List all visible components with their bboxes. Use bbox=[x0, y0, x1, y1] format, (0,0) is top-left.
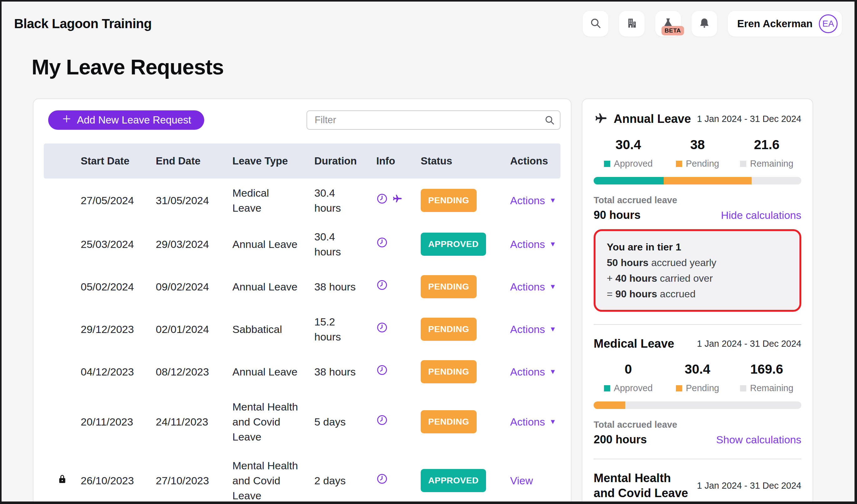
tier-title: You are in tier 1 bbox=[607, 239, 788, 255]
top-bar: Black Lagoon Training bbox=[2, 2, 855, 37]
leave-type: Medical Leave bbox=[232, 186, 314, 215]
pending-value: 30.4 bbox=[663, 362, 732, 377]
approved-value: 0 bbox=[594, 362, 663, 377]
clock-icon[interactable] bbox=[376, 237, 388, 252]
clock-icon[interactable] bbox=[376, 279, 388, 295]
leave-type: Annual Leave bbox=[232, 237, 314, 252]
actions-dropdown[interactable]: Actions▼ bbox=[499, 193, 560, 208]
status-badge: PENDING bbox=[421, 275, 477, 298]
actions-dropdown[interactable]: Actions▼ bbox=[499, 414, 560, 429]
chevron-down-icon: ▼ bbox=[550, 322, 556, 337]
total-accrued-value: 200 hours bbox=[594, 433, 647, 446]
section-date-range: 1 Jan 2024 - 31 Dec 2024 bbox=[697, 338, 801, 349]
end-date: 08/12/2023 bbox=[156, 364, 232, 379]
notifications-button[interactable] bbox=[691, 11, 717, 37]
plus-icon bbox=[61, 114, 72, 127]
building-icon bbox=[626, 17, 638, 30]
plane-icon bbox=[594, 111, 608, 127]
table-row: 27/05/2024 31/05/2024 Medical Leave 30.4… bbox=[44, 178, 560, 222]
table-row: 05/02/2024 09/02/2024 Annual Leave 38 ho… bbox=[44, 266, 560, 307]
start-date: 05/02/2024 bbox=[81, 279, 156, 294]
legend-pending: Pending bbox=[663, 158, 732, 169]
section-divider bbox=[594, 324, 801, 325]
col-duration: Duration bbox=[314, 155, 376, 167]
show-calculations-link[interactable]: Show calculations bbox=[716, 434, 801, 446]
clock-icon[interactable] bbox=[376, 473, 388, 488]
total-accrued-label: Total accrued leave bbox=[594, 195, 801, 205]
search-button[interactable] bbox=[583, 11, 608, 37]
calc-line: 50 hours accrued yearly bbox=[607, 255, 788, 271]
clock-icon[interactable] bbox=[376, 414, 388, 430]
plane-icon[interactable] bbox=[391, 193, 403, 208]
page-title: My Leave Requests bbox=[32, 55, 855, 79]
start-date: 26/10/2023 bbox=[81, 473, 156, 488]
user-name: Eren Ackerman bbox=[737, 18, 812, 30]
duration: 38 hours bbox=[314, 279, 376, 294]
clock-icon[interactable] bbox=[376, 364, 388, 380]
section-date-range: 1 Jan 2024 - 31 Dec 2024 bbox=[697, 114, 801, 124]
col-start-date: Start Date bbox=[81, 155, 156, 167]
mental-health-leave-section: Mental Health and Covid Leave 1 Jan 2024… bbox=[594, 471, 801, 501]
start-date: 25/03/2024 bbox=[81, 237, 156, 252]
leave-type: Sabbatical bbox=[232, 322, 314, 337]
filter-input[interactable] bbox=[306, 110, 560, 130]
add-new-leave-request-button[interactable]: Add New Leave Request bbox=[48, 110, 204, 130]
duration: 2 days bbox=[314, 473, 376, 488]
status-badge: APPROVED bbox=[421, 232, 486, 256]
col-actions: Actions bbox=[499, 155, 560, 167]
actions-dropdown[interactable]: Actions▼ bbox=[499, 322, 560, 337]
section-divider bbox=[594, 459, 801, 459]
leave-type: Mental Health and Covid Leave bbox=[232, 458, 314, 503]
table-row: 29/12/2023 02/01/2024 Sabbatical 15.2 ho… bbox=[44, 307, 560, 351]
table-row: 25/03/2024 29/03/2024 Annual Leave 30.4 … bbox=[44, 222, 560, 266]
actions-dropdown[interactable]: Actions▼ bbox=[499, 237, 560, 252]
table-row: 26/10/2023 27/10/2023 Mental Health and … bbox=[44, 451, 560, 504]
chevron-down-icon: ▼ bbox=[550, 414, 556, 429]
end-date: 27/10/2023 bbox=[156, 473, 232, 488]
view-link[interactable]: View bbox=[499, 473, 560, 488]
clock-icon[interactable] bbox=[376, 193, 388, 208]
status-badge: PENDING bbox=[421, 318, 477, 341]
filter-search-icon bbox=[544, 115, 555, 125]
remaining-value: 169.6 bbox=[732, 362, 801, 377]
leave-type: Annual Leave bbox=[232, 279, 314, 294]
section-date-range: 1 Jan 2024 - 31 Dec 2024 bbox=[697, 481, 801, 491]
chevron-down-icon: ▼ bbox=[550, 279, 556, 294]
end-date: 24/11/2023 bbox=[156, 414, 232, 429]
duration: 5 days bbox=[314, 414, 376, 429]
start-date: 29/12/2023 bbox=[81, 322, 156, 337]
duration: 30.4 hours bbox=[314, 229, 376, 259]
actions-dropdown[interactable]: Actions▼ bbox=[499, 279, 560, 294]
legend-remaining: Remaining bbox=[732, 383, 801, 393]
organization-button[interactable] bbox=[619, 11, 645, 37]
user-menu[interactable]: Eren Ackerman EA bbox=[728, 11, 842, 37]
leave-type: Annual Leave bbox=[232, 364, 314, 379]
end-date: 31/05/2024 bbox=[156, 193, 232, 208]
duration: 38 hours bbox=[314, 364, 376, 379]
legend-pending: Pending bbox=[663, 383, 732, 393]
status-badge: APPROVED bbox=[421, 469, 486, 492]
section-title: Medical Leave bbox=[594, 336, 674, 351]
beta-badge: BETA bbox=[661, 26, 684, 35]
lock-icon bbox=[57, 473, 68, 488]
top-right-cluster: BETA Eren Ackerman EA bbox=[583, 11, 842, 37]
legend-approved: Approved bbox=[594, 383, 663, 393]
actions-dropdown[interactable]: Actions▼ bbox=[499, 364, 560, 379]
clock-icon[interactable] bbox=[376, 322, 388, 337]
section-title: Mental Health and Covid Leave bbox=[594, 471, 691, 501]
brand-title: Black Lagoon Training bbox=[14, 16, 152, 31]
annual-leave-section: Annual Leave 1 Jan 2024 - 31 Dec 2024 30… bbox=[594, 111, 801, 312]
main-content: Add New Leave Request Start Date End Dat… bbox=[33, 99, 855, 504]
calc-line: = 90 hours accrued bbox=[607, 286, 788, 302]
remaining-value: 21.6 bbox=[732, 137, 801, 152]
end-date: 02/01/2024 bbox=[156, 322, 232, 337]
chevron-down-icon: ▼ bbox=[550, 193, 556, 208]
calc-line: + 40 hours carried over bbox=[607, 271, 788, 286]
start-date: 27/05/2024 bbox=[81, 193, 156, 208]
col-end-date: End Date bbox=[156, 155, 232, 167]
col-status: Status bbox=[421, 155, 499, 167]
labs-button[interactable]: BETA bbox=[655, 11, 681, 37]
col-info: Info bbox=[376, 155, 421, 167]
hide-calculations-link[interactable]: Hide calculations bbox=[721, 209, 801, 221]
total-accrued-value: 90 hours bbox=[594, 209, 641, 222]
